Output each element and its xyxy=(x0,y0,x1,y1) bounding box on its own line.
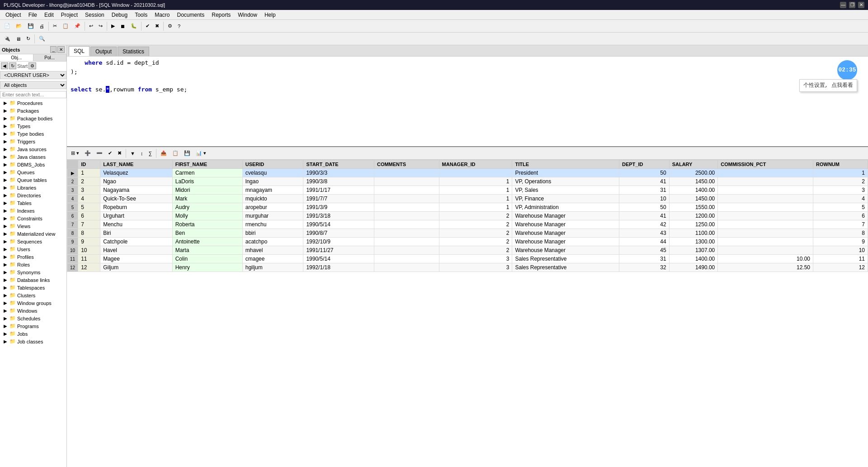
table-cell[interactable]: 8 xyxy=(67,229,78,238)
table-cell[interactable]: 10 xyxy=(619,195,669,203)
table-cell[interactable] xyxy=(374,212,439,220)
table-cell[interactable]: VP, Administration xyxy=(512,203,619,212)
open-button[interactable]: 📂 xyxy=(14,22,24,30)
table-cell[interactable]: 1 xyxy=(813,169,868,177)
table-cell[interactable] xyxy=(374,203,439,212)
table-row[interactable]: 66UrguhartMollymurguhar1991/3/182Warehou… xyxy=(67,212,868,220)
table-cell[interactable] xyxy=(718,220,813,229)
tab-sql[interactable]: SQL xyxy=(69,46,90,56)
table-cell[interactable]: 12.50 xyxy=(718,263,813,272)
tree-item-synonyms[interactable]: ▶ 📁 Synonyms xyxy=(0,268,66,276)
table-cell[interactable]: 3 xyxy=(78,186,100,195)
table-cell[interactable] xyxy=(374,177,439,186)
table-cell[interactable]: 4 xyxy=(78,195,100,203)
table-cell[interactable]: Warehouse Manager xyxy=(512,238,619,246)
table-cell[interactable]: 9 xyxy=(67,238,78,246)
table-cell[interactable]: 43 xyxy=(619,229,669,238)
table-cell[interactable]: 2 xyxy=(67,177,78,186)
rollback-button[interactable]: ✖ xyxy=(153,22,161,30)
maximize-button[interactable]: ❐ xyxy=(849,2,855,8)
tree-item-java-sources[interactable]: ▶ 📁 Java sources xyxy=(0,145,66,153)
tree-item-queue-tables[interactable]: ▶ 📁 Queue tables xyxy=(0,176,66,184)
table-cell[interactable]: Roberta xyxy=(172,220,242,229)
confirm-button[interactable]: ✔ xyxy=(106,149,114,157)
table-cell[interactable]: acatchpo xyxy=(242,238,303,246)
table-cell[interactable]: 9 xyxy=(813,238,868,246)
table-cell[interactable]: 1 xyxy=(439,186,512,195)
table-cell[interactable]: 31 xyxy=(619,255,669,263)
tree-item-constraints[interactable]: ▶ 📁 Constraints xyxy=(0,214,66,222)
tab-output[interactable]: Output xyxy=(90,47,117,56)
table-cell[interactable] xyxy=(718,238,813,246)
tree-item-dbms-jobs[interactable]: ▶ 📁 DBMS_Jobs xyxy=(0,161,66,168)
table-cell[interactable]: Giljum xyxy=(100,263,173,272)
table-cell[interactable]: 50 xyxy=(619,203,669,212)
table-cell[interactable]: 12 xyxy=(78,263,100,272)
table-cell[interactable]: 5 xyxy=(67,203,78,212)
floating-label[interactable]: 个性设置, 点我看看 xyxy=(799,79,857,92)
menu-tools[interactable]: Tools xyxy=(131,11,151,19)
table-cell[interactable]: 1991/3/18 xyxy=(303,212,374,220)
col-header-rownum[interactable]: ROWNUM xyxy=(813,160,868,169)
table-row[interactable]: 1010HavelMartamhavel1991/11/272Warehouse… xyxy=(67,246,868,255)
tree-item-window-groups[interactable]: ▶ 📁 Window groups xyxy=(0,299,66,307)
table-cell[interactable]: lngao xyxy=(242,177,303,186)
table-cell[interactable]: 10 xyxy=(813,246,868,255)
tree-item-tablespaces[interactable]: ▶ 📁 Tablespaces xyxy=(0,284,66,291)
table-cell[interactable]: 4 xyxy=(67,195,78,203)
table-cell[interactable] xyxy=(718,229,813,238)
table-cell[interactable]: 1990/5/14 xyxy=(303,255,374,263)
table-cell[interactable]: 1991/3/9 xyxy=(303,203,374,212)
obj-settings-button[interactable]: ⚙ xyxy=(28,62,36,69)
table-cell[interactable]: 10 xyxy=(67,246,78,255)
table-cell[interactable]: Henry xyxy=(172,263,242,272)
table-row[interactable]: 99CatchpoleAntoinetteacatchpo1992/10/92W… xyxy=(67,238,868,246)
table-cell[interactable]: mnagayam xyxy=(242,186,303,195)
minimize-panel-button[interactable]: _ xyxy=(50,46,57,53)
table-cell[interactable] xyxy=(374,220,439,229)
table-cell[interactable]: Mark xyxy=(172,195,242,203)
col-header-first-name[interactable]: FIRST_NAME xyxy=(172,160,242,169)
table-cell[interactable]: Midori xyxy=(172,186,242,195)
copy-grid-button[interactable]: 📋 xyxy=(170,149,181,157)
col-header-commission-pct[interactable]: COMMISSION_PCT xyxy=(718,160,813,169)
table-cell[interactable]: 5 xyxy=(813,203,868,212)
table-cell[interactable]: cmagee xyxy=(242,255,303,263)
table-cell[interactable]: 3 xyxy=(439,263,512,272)
cancel-edit-button[interactable]: ✖ xyxy=(115,149,124,157)
menu-project[interactable]: Project xyxy=(57,11,81,19)
table-cell[interactable]: 5 xyxy=(78,203,100,212)
table-cell[interactable]: 7 xyxy=(78,220,100,229)
col-header-manager-id[interactable]: MANAGER_ID xyxy=(439,160,512,169)
undo-button[interactable]: ↩ xyxy=(87,22,95,30)
table-cell[interactable]: 1992/1/18 xyxy=(303,263,374,272)
tree-item-windows[interactable]: ▶ 📁 Windows xyxy=(0,307,66,315)
tree-item-jobs[interactable]: ▶ 📁 Jobs xyxy=(0,330,66,338)
object-type-selector[interactable]: All objects xyxy=(0,81,66,89)
table-cell[interactable]: Antoinette xyxy=(172,238,242,246)
tree-item-views[interactable]: ▶ 📁 Views xyxy=(0,222,66,230)
tree-item-directories[interactable]: ▶ 📁 Directories xyxy=(0,191,66,199)
tree-item-tables[interactable]: ▶ 📁 Tables xyxy=(0,199,66,207)
table-cell[interactable]: 42 xyxy=(619,220,669,229)
table-cell[interactable]: 2 xyxy=(439,220,512,229)
table-cell[interactable] xyxy=(718,177,813,186)
table-row[interactable]: 77MenchuRobertarmenchu1990/5/142Warehous… xyxy=(67,220,868,229)
table-cell[interactable] xyxy=(718,212,813,220)
table-cell[interactable]: mhavel xyxy=(242,246,303,255)
table-cell[interactable]: 9 xyxy=(78,238,100,246)
table-cell[interactable]: 1450.00 xyxy=(669,177,718,186)
tree-item-procedures[interactable]: ▶ 📁 Procedures xyxy=(0,99,66,107)
table-cell[interactable]: mquickto xyxy=(242,195,303,203)
table-cell[interactable] xyxy=(718,203,813,212)
table-cell[interactable]: 32 xyxy=(619,263,669,272)
table-cell[interactable]: Warehouse Manager xyxy=(512,229,619,238)
table-cell[interactable]: 11 xyxy=(67,255,78,263)
table-cell[interactable]: 1991/11/27 xyxy=(303,246,374,255)
table-cell[interactable]: Ngao xyxy=(100,177,173,186)
tree-item-roles[interactable]: ▶ 📁 Roles xyxy=(0,261,66,268)
table-cell[interactable] xyxy=(374,255,439,263)
table-row[interactable]: 1212GiljumHenryhgiljum1992/1/183Sales Re… xyxy=(67,263,868,272)
obj-back-button[interactable]: ◀ xyxy=(1,62,8,69)
tree-item-sequences[interactable]: ▶ 📁 Sequences xyxy=(0,238,66,245)
